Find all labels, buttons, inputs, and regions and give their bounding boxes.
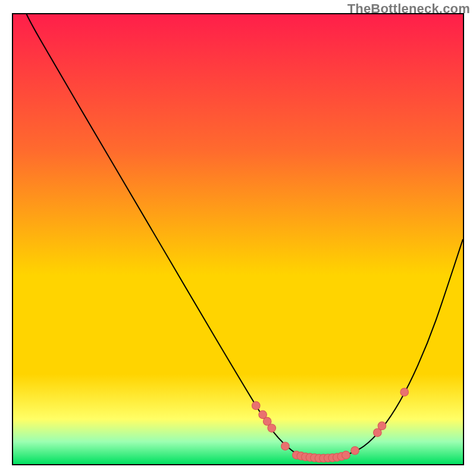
gradient-background [13,14,463,464]
data-point [378,422,386,430]
data-point [342,451,350,459]
data-point [281,442,290,450]
chart-svg [13,14,463,464]
data-point [268,424,276,433]
chart-frame [12,13,464,465]
data-point [351,447,359,455]
data-point [252,402,260,410]
watermark-text: TheBottleneck.com [347,1,470,17]
data-point [400,388,409,396]
